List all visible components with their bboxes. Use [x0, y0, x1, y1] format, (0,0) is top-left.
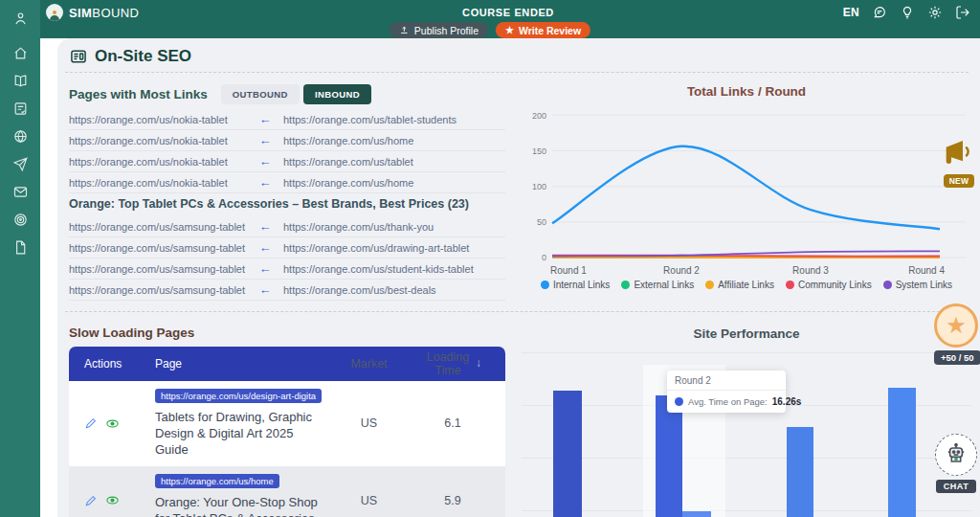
sidebar-item-profile[interactable] [0, 5, 40, 33]
links-group-2-title: Orange: Top Tablet PCs & Accessories – B… [69, 197, 469, 211]
page-title-text: Orange: Your One-Stop Shop for Tablet PC… [155, 495, 327, 517]
link-source: https://orange.com/us/thank-you [283, 221, 505, 233]
legend-dot [541, 281, 549, 289]
onsite-seo-icon [69, 47, 88, 66]
link-target: https://orange.com/us/nokia-tablet [69, 156, 247, 168]
document-icon [12, 239, 29, 256]
sidebar-item-courses[interactable] [0, 67, 40, 95]
chat-bubble-icon[interactable] [872, 5, 887, 20]
table-header: Actions Page Market Loading Time ↓ [69, 347, 505, 381]
sidebar-item-campaigns[interactable] [0, 150, 40, 178]
legend-dot [705, 281, 714, 289]
bar-chart-title: Site Performance [522, 326, 971, 341]
left-arrow-icon: ← [247, 282, 283, 297]
legend-item[interactable]: Affiliate Links [705, 280, 774, 290]
site-performance-bar-chart: Round 2 Avg. Time on Page: 16.26s [522, 340, 971, 517]
write-review-button[interactable]: ★ Write Review [496, 22, 590, 38]
settings-gear-icon[interactable] [927, 5, 943, 20]
sidebar-item-pages[interactable] [0, 234, 40, 261]
legend-item[interactable]: Internal Links [541, 280, 610, 290]
separator [65, 311, 969, 312]
points-badge: +50 / 50 [934, 350, 980, 365]
link-target: https://orange.com/us/nokia-tablet [69, 177, 247, 189]
language-selector[interactable]: EN [843, 6, 859, 19]
brand-logo[interactable]: SIMBOUND [46, 4, 139, 21]
link-target: https://orange.com/us/samsung-tablet [69, 221, 247, 233]
tooltip-value: 16.26s [772, 396, 802, 407]
legend-label: Community Links [798, 280, 872, 290]
user-icon [12, 11, 29, 27]
loading-time-cell: 6.1 [405, 416, 501, 430]
envelope-icon [12, 184, 29, 200]
left-arrow-icon: ← [247, 133, 283, 147]
edit-pencil-icon[interactable] [84, 416, 98, 430]
link-target: https://orange.com/us/samsung-tablet [69, 242, 247, 254]
col-loading-time-sort[interactable]: Loading Time ↓ [405, 350, 501, 378]
links-direction-tabs: OUTBOUND INBOUND [221, 84, 371, 104]
chat-widget[interactable]: CHAT [935, 434, 977, 493]
page-title: On-Site SEO [69, 47, 191, 66]
bar[interactable] [656, 395, 682, 517]
link-source: https://orange.com/us/home [283, 177, 505, 189]
link-source: https://orange.com/us/tablet-students [283, 114, 505, 125]
brand-name: SIMBOUND [69, 6, 139, 20]
legend-item[interactable]: System Links [883, 280, 952, 290]
link-row: https://orange.com/us/samsung-tablet←htt… [69, 280, 505, 301]
publish-profile-button[interactable]: Publish Profile [390, 22, 488, 38]
target-icon [12, 212, 29, 228]
link-target: https://orange.com/us/nokia-tablet [69, 114, 247, 125]
link-row: https://orange.com/us/samsung-tablet←htt… [69, 258, 505, 280]
market-cell: US [333, 416, 405, 430]
legend-item[interactable]: Community Links [786, 280, 872, 290]
link-target: https://orange.com/us/samsung-tablet [69, 284, 247, 296]
view-eye-icon[interactable] [105, 493, 120, 507]
bar[interactable] [682, 511, 711, 517]
main-panel: On-Site SEO Pages with Most Links OUTBOU… [57, 38, 980, 517]
legend-label: Affiliate Links [718, 280, 774, 290]
left-arrow-icon: ← [247, 154, 283, 169]
legend-item[interactable]: External Links [621, 280, 694, 290]
loading-time-cell: 5.9 [405, 494, 501, 507]
announcements-widget[interactable]: NEW [942, 138, 976, 188]
edit-pencil-icon[interactable] [84, 494, 98, 507]
tab-outbound[interactable]: OUTBOUND [221, 84, 300, 104]
sidebar-item-email[interactable] [0, 178, 40, 206]
megaphone-icon [944, 138, 974, 167]
table-row: https://orange.com/us/design-art-digita … [69, 381, 505, 466]
top-header: SIMBOUND COURSE ENDED EN [0, 0, 980, 38]
star-icon: ★ [505, 25, 514, 35]
tab-inbound[interactable]: INBOUND [303, 84, 371, 104]
bar[interactable] [888, 388, 916, 517]
globe-icon [12, 128, 29, 145]
bar[interactable] [787, 427, 813, 517]
y-tick: 200 [532, 111, 546, 121]
upload-icon [399, 25, 410, 35]
points-widget[interactable]: ★ +50 / 50 [934, 303, 980, 365]
view-eye-icon[interactable] [105, 416, 120, 431]
logout-icon[interactable] [955, 5, 970, 20]
line-chart-title: Total Links / Round [522, 84, 971, 99]
page-url-badge[interactable]: https://orange.com/us/design-art-digita [155, 389, 322, 403]
link-row: https://orange.com/us/nokia-tablet←https… [69, 151, 505, 172]
sidebar-item-goals[interactable] [0, 206, 40, 234]
sidebar-item-survey[interactable] [0, 95, 40, 123]
new-badge: NEW [944, 174, 975, 188]
link-source: https://orange.com/us/student-kids-table… [283, 263, 505, 275]
lightbulb-icon[interactable] [900, 5, 915, 20]
sidebar-item-website[interactable] [0, 123, 40, 150]
x-tick: Round 1 [550, 265, 587, 276]
page-url-badge[interactable]: https://orange.com/us/home [155, 474, 279, 488]
slow-pages-title: Slow Loading Pages [69, 326, 194, 340]
link-target: https://orange.com/us/samsung-tablet [69, 263, 247, 275]
link-source: https://orange.com/us/drawing-art-tablet [283, 242, 505, 254]
separator [65, 72, 969, 73]
bar[interactable] [553, 391, 582, 517]
star-circle-icon: ★ [934, 303, 978, 348]
link-row: https://orange.com/us/samsung-tablet←htt… [69, 237, 505, 258]
open-book-icon [12, 73, 29, 89]
sidebar-item-home[interactable] [0, 39, 40, 67]
y-tick: 100 [532, 182, 546, 191]
legend-label: Internal Links [553, 280, 610, 290]
y-tick: 50 [537, 217, 546, 227]
sort-desc-icon: ↓ [476, 357, 481, 371]
